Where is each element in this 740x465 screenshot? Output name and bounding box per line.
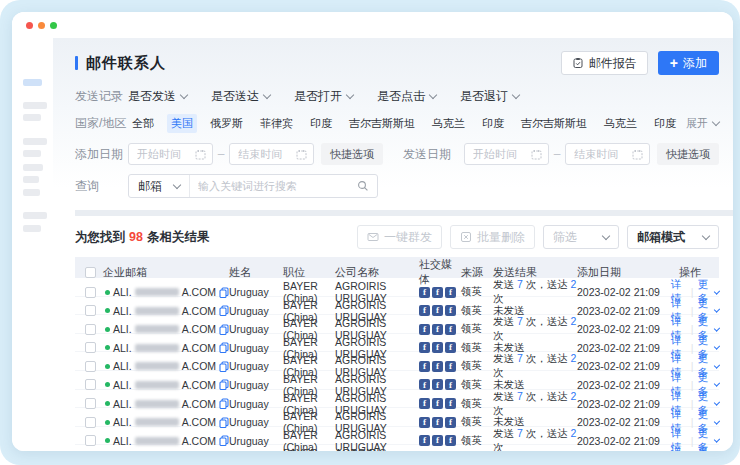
sidebar-item[interactable] (23, 164, 43, 171)
chevron-down-icon (714, 306, 720, 312)
copy-email-icon[interactable] (219, 305, 229, 316)
facebook-icon[interactable]: f (419, 398, 430, 409)
bulk-send-button[interactable]: 一键群发 (357, 225, 442, 249)
country-chip[interactable]: 印度 (650, 114, 680, 133)
send-record-option[interactable]: 是否发送 (128, 88, 187, 105)
send-date-start-input[interactable] (464, 143, 549, 165)
row-checkbox[interactable] (85, 417, 96, 428)
facebook-icon[interactable]: f (445, 398, 456, 409)
country-chip[interactable]: 吉尔吉斯斯坦 (517, 114, 591, 133)
row-checkbox[interactable] (85, 287, 96, 298)
facebook-icon[interactable]: f (445, 417, 456, 428)
country-chip[interactable]: 印度 (306, 114, 336, 133)
facebook-icon[interactable]: f (432, 324, 443, 335)
facebook-icon[interactable]: f (445, 305, 456, 316)
sidebar-item-active[interactable] (23, 79, 42, 86)
add-contact-button[interactable]: + 添加 (658, 51, 719, 75)
country-chip[interactable]: 菲律宾 (256, 114, 297, 133)
copy-email-icon[interactable] (219, 324, 229, 335)
sidebar-item[interactable] (23, 114, 41, 121)
more-link[interactable]: 更多 (697, 445, 719, 451)
facebook-icon[interactable]: f (445, 324, 456, 335)
facebook-icon[interactable]: f (432, 435, 443, 446)
search-field-select[interactable]: 邮箱 (129, 175, 190, 197)
filter-select[interactable]: 筛选 (543, 225, 619, 249)
facebook-icon[interactable]: f (445, 361, 456, 372)
sidebar-item[interactable] (23, 225, 41, 232)
row-checkbox[interactable] (85, 398, 96, 409)
send-record-option[interactable]: 是否点击 (377, 88, 436, 105)
facebook-icon[interactable]: f (419, 287, 430, 298)
add-date-end-field[interactable] (236, 147, 296, 161)
country-chip[interactable]: 俄罗斯 (206, 114, 247, 133)
facebook-icon[interactable]: f (419, 324, 430, 335)
row-checkbox[interactable] (85, 435, 96, 446)
facebook-icon[interactable]: f (432, 342, 443, 353)
facebook-icon[interactable]: f (432, 417, 443, 428)
bulk-delete-button[interactable]: 批量删除 (450, 225, 535, 249)
row-checkbox[interactable] (85, 324, 96, 335)
facebook-icon[interactable]: f (432, 305, 443, 316)
facebook-icon[interactable]: f (419, 417, 430, 428)
facebook-icon[interactable]: f (445, 342, 456, 353)
send-record-option[interactable]: 是否打开 (294, 88, 353, 105)
sidebar-item[interactable] (23, 102, 47, 109)
copy-email-icon[interactable] (219, 398, 229, 409)
country-chip[interactable]: 美国 (167, 114, 197, 133)
copy-email-icon[interactable] (219, 361, 229, 372)
facebook-icon[interactable]: f (419, 361, 430, 372)
facebook-icon[interactable]: f (432, 287, 443, 298)
maximize-window-icon[interactable] (50, 22, 57, 29)
add-date-start-field[interactable] (135, 147, 195, 161)
facebook-icon[interactable]: f (432, 398, 443, 409)
add-date-start-input[interactable] (128, 143, 213, 165)
country-chip[interactable]: 乌克兰 (600, 114, 641, 133)
sidebar-item[interactable] (23, 176, 39, 183)
minimize-window-icon[interactable] (38, 22, 45, 29)
send-date-quick-options-button[interactable]: 快捷选项 (657, 143, 719, 165)
detail-link[interactable]: 详情 (671, 445, 687, 451)
copy-email-icon[interactable] (219, 287, 229, 298)
sidebar-item[interactable] (23, 189, 40, 196)
add-date-quick-options-button[interactable]: 快捷选项 (321, 143, 383, 165)
send-record-option[interactable]: 是否退订 (460, 88, 519, 105)
copy-email-icon[interactable] (219, 379, 229, 390)
sidebar-item[interactable] (23, 212, 47, 219)
facebook-icon[interactable]: f (432, 379, 443, 390)
row-checkbox[interactable] (85, 361, 96, 372)
facebook-icon[interactable]: f (419, 342, 430, 353)
search-input[interactable] (190, 180, 357, 192)
facebook-icon[interactable]: f (419, 379, 430, 390)
facebook-icon[interactable]: f (419, 435, 430, 446)
row-checkbox[interactable] (85, 305, 96, 316)
mailbox-mode-select[interactable]: 邮箱模式 (627, 225, 719, 249)
copy-email-icon[interactable] (219, 435, 229, 446)
send-date-end-input[interactable] (565, 143, 650, 165)
email-report-button[interactable]: 邮件报告 (561, 51, 648, 75)
select-all-checkbox[interactable] (85, 267, 96, 278)
sidebar-item[interactable] (23, 150, 41, 157)
facebook-icon[interactable]: f (445, 379, 456, 390)
search-icon[interactable] (357, 180, 369, 192)
copy-email-icon[interactable] (219, 342, 229, 353)
facebook-icon[interactable]: f (445, 287, 456, 298)
chevron-down-icon (429, 90, 437, 98)
country-chip[interactable]: 乌克兰 (428, 114, 469, 133)
send-record-option[interactable]: 是否送达 (211, 88, 270, 105)
send-date-start-field[interactable] (471, 147, 531, 161)
close-window-icon[interactable] (26, 22, 33, 29)
copy-email-icon[interactable] (219, 417, 229, 428)
sidebar-item[interactable] (23, 138, 47, 145)
facebook-icon[interactable]: f (432, 361, 443, 372)
row-checkbox[interactable] (85, 342, 96, 353)
row-checkbox[interactable] (85, 379, 96, 390)
facebook-icon[interactable]: f (419, 305, 430, 316)
country-chip[interactable]: 吉尔吉斯斯坦 (345, 114, 419, 133)
col-header-title: 职位 (283, 265, 335, 280)
send-date-end-field[interactable] (572, 147, 632, 161)
add-date-end-input[interactable] (229, 143, 314, 165)
facebook-icon[interactable]: f (445, 435, 456, 446)
country-chip[interactable]: 全部 (128, 114, 158, 133)
country-chip[interactable]: 印度 (478, 114, 508, 133)
expand-button[interactable]: 展开 (686, 116, 719, 131)
